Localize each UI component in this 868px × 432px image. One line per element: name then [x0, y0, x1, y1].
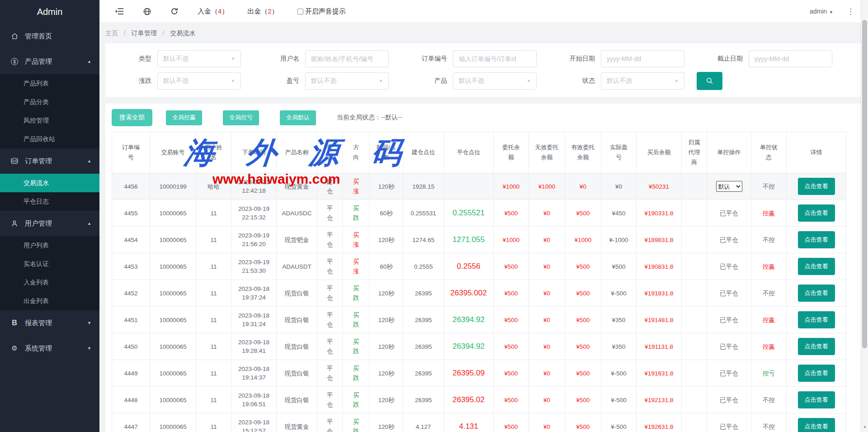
cell-time: 2023-09-18 19:37:24: [231, 280, 277, 307]
cell-profit: ¥450: [601, 200, 637, 227]
cell-time: 2023-09-18 19:31:24: [231, 307, 277, 333]
row-control-select[interactable]: 默认: [716, 181, 742, 192]
filter-select[interactable]: 默认不选▼: [305, 72, 389, 90]
sidebar-subitem[interactable]: 入金列表: [0, 273, 99, 292]
sidebar-subitem[interactable]: 实名认证: [0, 255, 99, 273]
cell-time: 2023-09-18 15:12:57: [231, 413, 277, 432]
cell-status: 平仓: [317, 280, 343, 307]
scrollbar-thumb[interactable]: [862, 20, 867, 348]
cell-valid: ¥0: [565, 173, 601, 200]
filter-input[interactable]: [453, 50, 537, 67]
filter-search-button[interactable]: [697, 72, 722, 90]
view-detail-button[interactable]: 点击查看: [798, 418, 835, 432]
sidebar-section-0[interactable]: 管理首页: [0, 24, 99, 49]
cell-invalid: ¥0: [529, 200, 565, 227]
breadcrumb-home[interactable]: 主页: [105, 29, 118, 37]
cell-balance: ¥191481.8: [637, 307, 682, 333]
cell-close: 0.255521: [444, 200, 494, 227]
sidebar-section-label: 报表管理: [25, 319, 52, 328]
cell-agent: [682, 360, 707, 387]
view-detail-button[interactable]: 点击查看: [798, 285, 835, 302]
sidebar-subitem[interactable]: 产品回收站: [0, 130, 99, 148]
menu-fold-icon[interactable]: [115, 7, 124, 15]
search-all-button[interactable]: 搜索全部: [112, 109, 152, 126]
sidebar-section-2[interactable]: 订单管理▲: [0, 148, 99, 174]
cell-operation: 已平仓: [707, 307, 751, 333]
cell-account: 10000065: [150, 253, 196, 280]
sidebar-subitem[interactable]: 用户列表: [0, 236, 99, 255]
cell-entrust: ¥500: [494, 200, 529, 227]
global-win-button[interactable]: 全局控赢: [166, 110, 202, 125]
cell-product: 现货白银: [277, 360, 317, 387]
cell-close: 26394.92: [444, 333, 494, 360]
sidebar-section-3[interactable]: 用户管理▲: [0, 211, 99, 236]
filter-select[interactable]: 默认不选▼: [157, 50, 241, 67]
cell-detail: 点击查看: [787, 280, 846, 307]
cell-agent: [682, 387, 707, 413]
refresh-icon[interactable]: [170, 7, 179, 15]
sidebar-section-label: 管理首页: [25, 32, 52, 41]
sidebar-subitem[interactable]: 交易流水: [0, 174, 99, 192]
view-detail-button[interactable]: 点击查看: [798, 311, 835, 328]
view-detail-button[interactable]: 点击查看: [798, 391, 835, 408]
column-header: 详情: [787, 132, 846, 173]
users-icon: [10, 220, 19, 227]
view-detail-button[interactable]: 点击查看: [798, 178, 835, 195]
global-default-button[interactable]: 全局默认: [280, 110, 316, 125]
cell-name: 11: [196, 200, 231, 227]
user-menu[interactable]: admin▼: [810, 8, 833, 15]
cell-entrust: ¥1000: [494, 173, 529, 200]
cell-account: 10000065: [150, 307, 196, 333]
withdraw-counter[interactable]: 出金（2）: [247, 7, 278, 16]
filter-select[interactable]: 默认不选▼: [453, 72, 537, 90]
filter-input[interactable]: [601, 50, 684, 67]
sidebar-subitem[interactable]: 出金列表: [0, 292, 99, 310]
globe-icon[interactable]: [143, 7, 151, 16]
filter-select[interactable]: 默认不选▼: [601, 72, 684, 90]
scrollbar-down-arrow[interactable]: ▼: [863, 425, 867, 429]
cell-detail: 点击查看: [787, 253, 846, 280]
cell-profit: ¥-1000: [601, 227, 637, 253]
cell-detail: 点击查看: [787, 360, 846, 387]
view-detail-button[interactable]: 点击查看: [798, 231, 835, 248]
withdraw-count: 2: [268, 7, 271, 15]
cell-operation: 已平仓: [707, 253, 751, 280]
table-panel: 搜索全部 全局控赢 全局控亏 全局默认 当前全局状态：--默认-- 订单编号交易…: [105, 104, 861, 432]
cell-direction: 买跌: [343, 307, 370, 333]
sidebar-subitem[interactable]: 风控管理: [0, 111, 99, 130]
sidebar-section-4[interactable]: B报表管理▼: [0, 310, 99, 336]
sidebar-section-label: 用户管理: [25, 219, 52, 228]
breadcrumb-orders[interactable]: 订单管理: [132, 29, 157, 37]
sidebar-section-5[interactable]: ⚙系统管理▼: [0, 336, 99, 361]
global-lose-button[interactable]: 全局控亏: [223, 110, 259, 125]
filter-field: 盈亏默认不选▼: [253, 72, 401, 90]
column-header: 平仓点位: [444, 132, 494, 173]
column-header: 交易账号: [150, 132, 196, 173]
sound-checkbox[interactable]: [297, 9, 303, 14]
more-options-icon[interactable]: ⋮: [847, 7, 854, 16]
filter-field: 产品默认不选▼: [401, 72, 549, 90]
sidebar-subitem[interactable]: 产品列表: [0, 74, 99, 93]
sidebar-subitem[interactable]: 平仓日志: [0, 192, 99, 211]
cell-account: 10000065: [150, 333, 196, 360]
filter-select[interactable]: 默认不选▼: [157, 72, 241, 90]
cell-control: 控赢: [751, 253, 787, 280]
sidebar-section-1[interactable]: $产品管理▲: [0, 49, 99, 74]
cell-name: 11: [196, 307, 231, 333]
view-detail-button[interactable]: 点击查看: [798, 204, 835, 222]
cell-close: 26395.02: [444, 387, 494, 413]
sidebar-subitem[interactable]: 产品分类: [0, 93, 99, 111]
filter-input[interactable]: [749, 50, 832, 67]
cell-close: 0.2556: [444, 253, 494, 280]
breadcrumb-current: 交易流水: [170, 29, 195, 37]
deposit-counter[interactable]: 入金（4）: [198, 7, 228, 16]
orders-icon: [10, 157, 19, 165]
view-detail-button[interactable]: 点击查看: [798, 258, 835, 275]
view-detail-button[interactable]: 点击查看: [798, 365, 835, 382]
chevron-up-icon: ▲: [87, 159, 91, 163]
filter-input[interactable]: [305, 50, 389, 67]
cell-time: 2023-09-19 22:15:32: [231, 200, 277, 227]
view-detail-button[interactable]: 点击查看: [798, 338, 835, 355]
global-status-text: 当前全局状态：--默认--: [337, 114, 402, 122]
cell-balance: ¥192131.8: [637, 387, 682, 413]
